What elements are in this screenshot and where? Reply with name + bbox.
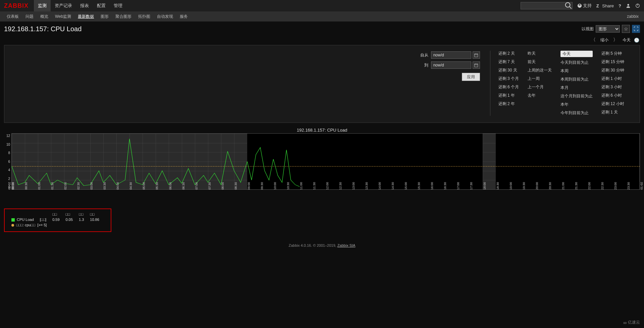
time-preset[interactable]: 本周到目前为止 <box>560 77 593 82</box>
svg-rect-11 <box>475 64 478 67</box>
search-input[interactable] <box>521 3 565 8</box>
svg-rect-2 <box>578 5 579 7</box>
legend-h1: □□ <box>50 212 62 217</box>
footer: Zabbix 4.0.16. © 2001–2019, Zabbix SIA <box>0 239 644 256</box>
time-preset[interactable]: 本周 <box>560 68 593 74</box>
filter-panel: 自从 到 应用 还剩 2 天还剩 7 天还剩 30 天还剩 3 个月还剩 6 个… <box>4 45 640 123</box>
x-axis: 00:0000:3001:0001:3002:0002:3003:0003:30… <box>11 190 640 206</box>
time-preset[interactable]: 还剩 30 分钟 <box>601 67 624 73</box>
svg-rect-7 <box>475 54 478 57</box>
time-preset[interactable]: 上一个月 <box>528 84 552 90</box>
apply-button[interactable]: 应用 <box>462 73 480 81</box>
zoom-out-link[interactable]: 缩小 <box>600 37 608 43</box>
next-arrow-icon[interactable]: 〉 <box>612 37 619 43</box>
time-preset[interactable]: 前天 <box>528 59 552 65</box>
time-preset[interactable]: 还剩 30 天 <box>498 67 519 73</box>
page-title: 192.168.1.157: CPU Load <box>4 25 82 33</box>
to-input[interactable] <box>431 61 471 69</box>
legend-h2: □□ <box>63 212 75 217</box>
time-preset[interactable]: 去年 <box>528 93 552 98</box>
view-label: 以视图 <box>582 26 594 32</box>
power-icon[interactable] <box>635 3 640 8</box>
svg-point-0 <box>566 2 570 7</box>
time-nav: 〈 缩小 〉 今天 🕓 <box>0 35 644 45</box>
svg-rect-3 <box>580 5 581 7</box>
view-select[interactable]: 图形 <box>596 25 620 33</box>
legend-last: 0.59 <box>50 217 62 222</box>
trigger-name: □□□: cpu□□ <box>16 223 35 227</box>
from-calendar-button[interactable] <box>473 51 480 59</box>
svg-line-1 <box>570 7 572 9</box>
time-preset[interactable]: 还剩 5 分钟 <box>601 51 624 56</box>
sub-menu-item[interactable]: 自动发现 <box>154 14 176 19</box>
prev-arrow-icon[interactable]: 〈 <box>590 37 597 43</box>
sub-menu-item[interactable]: 服务 <box>176 14 191 19</box>
footer-link[interactable]: Zabbix SIA <box>337 243 356 247</box>
main-menu-item[interactable]: 报表 <box>76 0 93 11</box>
time-preset[interactable]: 今天到目前为止 <box>560 60 593 65</box>
main-menu-item[interactable]: 配置 <box>93 0 110 11</box>
time-preset[interactable]: 本月 <box>560 85 593 91</box>
favorite-button[interactable]: ☆ <box>622 25 630 33</box>
time-preset[interactable]: 今年到目前为止 <box>560 110 593 116</box>
time-preset[interactable]: 还剩 12 小时 <box>601 101 624 107</box>
series-name: CPU Load <box>17 218 34 222</box>
legend-h4: □□ <box>87 212 102 217</box>
time-preset[interactable]: 昨天 <box>528 51 552 56</box>
page-header: 192.168.1.157: CPU Load 以视图 图形 ☆ ⛶ <box>0 21 644 35</box>
top-nav: ZABBIX 监测资产记录报表配置管理 支持 Z Share ? <box>0 0 644 11</box>
main-menu-item[interactable]: 资产记录 <box>51 0 76 11</box>
time-preset[interactable]: 还剩 1 小时 <box>601 76 624 82</box>
time-preset[interactable]: 还剩 7 天 <box>498 59 519 65</box>
legend-agg: [□□] <box>37 217 49 222</box>
time-preset[interactable]: 还剩 15 分钟 <box>601 59 624 65</box>
help-icon[interactable]: ? <box>619 3 621 8</box>
from-input[interactable] <box>431 51 471 59</box>
sub-menu-item[interactable]: 拓扑图 <box>135 14 154 19</box>
from-label: 自从 <box>415 52 428 58</box>
time-preset[interactable]: 本年 <box>560 102 593 107</box>
search-box <box>521 2 573 9</box>
time-preset[interactable]: 还剩 2 年 <box>498 101 519 107</box>
sub-nav-right: zabbix <box>627 14 641 19</box>
svg-point-4 <box>627 4 629 6</box>
time-preset[interactable]: 还剩 6 小时 <box>601 93 624 98</box>
time-preset[interactable]: 今天 <box>560 51 593 57</box>
legend-min: 0.05 <box>63 217 75 222</box>
time-preset[interactable]: 还剩 2 天 <box>498 51 519 56</box>
sub-menu-item[interactable]: 概览 <box>37 14 52 19</box>
sub-menu-item[interactable]: Web监测 <box>52 14 74 19</box>
legend-avg: 1.3 <box>76 217 87 222</box>
to-calendar-button[interactable] <box>473 61 480 69</box>
legend: □□ □□ □□ □□ CPU Load [□□] 0.59 0.05 1.3 … <box>4 208 111 232</box>
time-preset[interactable]: 还剩 1 天 <box>601 109 624 115</box>
main-menu-item[interactable]: 管理 <box>110 0 126 11</box>
sub-menu-item[interactable]: 聚合图形 <box>112 14 135 19</box>
filter-left: 自从 到 应用 <box>11 51 490 116</box>
time-preset[interactable]: 还剩 1 年 <box>498 93 519 98</box>
time-preset[interactable]: 这个月到目前为止 <box>560 93 593 99</box>
time-preset[interactable]: 还剩 3 个月 <box>498 76 519 82</box>
time-preset[interactable]: 还剩 6 个月 <box>498 84 519 90</box>
search-icon[interactable] <box>565 2 572 10</box>
fullscreen-button[interactable]: ⛶ <box>632 25 640 33</box>
series-swatch-icon <box>11 218 15 222</box>
view-controls: 以视图 图形 ☆ ⛶ <box>582 25 640 33</box>
main-menu-item[interactable]: 监测 <box>34 0 51 11</box>
time-preset[interactable]: 上一周 <box>528 76 552 82</box>
clock-icon[interactable]: 🕓 <box>634 38 639 43</box>
share-link[interactable]: Z Share <box>596 3 614 8</box>
support-link[interactable]: 支持 <box>577 3 592 9</box>
user-icon[interactable] <box>626 3 631 8</box>
sub-menu-item[interactable]: 图形 <box>97 14 112 19</box>
filter-presets: 还剩 2 天还剩 7 天还剩 30 天还剩 3 个月还剩 6 个月还剩 1 年还… <box>490 51 633 116</box>
time-preset[interactable]: 还剩 3 小时 <box>601 84 624 90</box>
time-preset[interactable]: 上周的这一天 <box>528 67 552 73</box>
sub-menu-item[interactable]: 仪表板 <box>3 14 22 19</box>
sub-nav: 仪表板问题概览Web监测最新数据图形聚合图形拓扑图自动发现服务zabbix <box>0 11 644 21</box>
today-link[interactable]: 今天 <box>623 37 631 43</box>
to-label: 到 <box>415 62 428 68</box>
main-menu: 监测资产记录报表配置管理 <box>34 0 126 11</box>
sub-menu-item[interactable]: 最新数据 <box>74 14 97 19</box>
sub-menu-item[interactable]: 问题 <box>22 14 37 19</box>
